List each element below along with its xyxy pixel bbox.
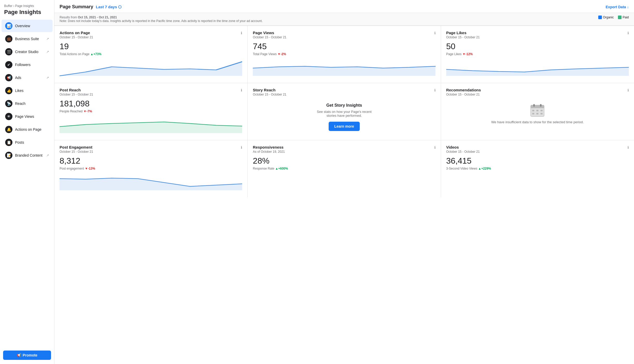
sidebar-nav: 📊 Overview 💼 Business Suite ↗ 🎬 Creator … [0, 18, 54, 348]
legend: Organic Paid [598, 16, 629, 19]
svg-rect-9 [541, 113, 543, 114]
card-date-page-views: October 15 - October 21 [253, 35, 435, 39]
card-date-recommendations: October 15 - October 21 [446, 93, 629, 96]
sidebar-item-branded-content[interactable]: 📝 Branded Content ↗ [2, 149, 53, 162]
card-header-actions-on-page: Actions on Page ℹ [60, 31, 242, 35]
card-value-videos: 36,415 [446, 156, 629, 166]
card-date-actions-on-page: October 15 - October 21 [60, 35, 242, 39]
nav-item-left-followers: ✔ Followers [5, 61, 31, 68]
card-date-videos: October 15 - October 21 [446, 150, 629, 154]
sidebar-item-ads[interactable]: 📢 Ads ↗ [2, 71, 53, 84]
card-header-page-likes: Page Likes ℹ [446, 31, 629, 35]
sidebar-item-overview[interactable]: 📊 Overview [2, 20, 53, 32]
info-icon-videos[interactable]: ℹ [628, 145, 629, 149]
export-data-button[interactable]: Export Data ↓ [606, 5, 629, 9]
story-desc: See stats on how your Page's recent stor… [316, 110, 373, 118]
card-header-responsiveness: Responsiveness ℹ [253, 145, 435, 149]
nav-icon-page-views: 👁 [5, 113, 12, 120]
card-date-page-likes: October 15 - October 21 [446, 35, 629, 39]
sidebar-item-actions-on-page[interactable]: 🔔 Actions on Page [2, 123, 53, 136]
nav-item-left-branded-content: 📝 Branded Content [5, 152, 42, 159]
card-date-story-reach: October 15 - October 21 [253, 93, 435, 96]
nav-icon-branded-content: 📝 [5, 152, 12, 159]
sidebar-item-page-views[interactable]: 👁 Page Views [2, 110, 53, 123]
card-value-responsiveness: 28% [253, 156, 435, 166]
date-range: Oct 15, 2021 - Oct 21, 2021 [78, 16, 117, 19]
sidebar-item-creator-studio[interactable]: 🎬 Creator Studio ↗ [2, 46, 53, 58]
sidebar-item-reach[interactable]: 📡 Reach [2, 97, 53, 110]
card-page-views: Page Views ℹ October 15 - October 21 745… [248, 26, 441, 83]
card-title-post-engagement: Post Engagement [60, 145, 92, 149]
learn-more-button[interactable]: Learn more [329, 122, 360, 131]
nav-icon-overview: 📊 [5, 22, 12, 30]
info-icon-responsiveness[interactable]: ℹ [434, 145, 436, 149]
svg-rect-3 [540, 104, 542, 107]
info-icon-page-likes[interactable]: ℹ [628, 31, 629, 35]
sidebar-item-followers[interactable]: ✔ Followers [2, 59, 53, 71]
nav-label-followers: Followers [15, 63, 31, 67]
chart-page-likes [446, 59, 629, 77]
page-summary-title: Page Summary [60, 4, 93, 10]
external-icon-business-suite: ↗ [46, 37, 49, 41]
card-title-actions-on-page: Actions on Page [60, 31, 90, 35]
card-title-page-likes: Page Likes [446, 31, 466, 35]
main-content: Page Summary Last 7 days ⬡ Export Data ↓… [54, 0, 634, 364]
card-date-responsiveness: As of October 19, 2021 [253, 150, 435, 154]
nav-item-left-posts: 📋 Posts [5, 139, 24, 146]
nav-icon-ads: 📢 [5, 74, 12, 81]
svg-rect-5 [536, 110, 538, 111]
date-filter[interactable]: Last 7 days ⬡ [96, 5, 121, 9]
card-header-page-views: Page Views ℹ [253, 31, 435, 35]
nav-icon-posts: 📋 [5, 139, 12, 146]
legend-organic-label: Organic [603, 16, 614, 19]
nav-item-left-actions-on-page: 🔔 Actions on Page [5, 126, 41, 133]
card-title-videos: Videos [446, 145, 459, 149]
info-icon-recommendations[interactable]: ℹ [628, 88, 629, 92]
card-header-recommendations: Recommendations ℹ [446, 88, 629, 92]
legend-paid-box [618, 16, 622, 19]
sidebar-item-business-suite[interactable]: 💼 Business Suite ↗ [2, 33, 53, 45]
card-value-actions-on-page: 19 [60, 42, 242, 51]
svg-rect-2 [533, 104, 535, 107]
nav-icon-likes: 👍 [5, 87, 12, 94]
page-summary-header: Page Summary Last 7 days ⬡ Export Data ↓ [54, 0, 634, 13]
promote-button[interactable]: 📢 Promote [3, 351, 51, 360]
nav-item-left-likes: 👍 Likes [5, 87, 24, 94]
nav-label-ads: Ads [15, 76, 21, 80]
sidebar-item-likes[interactable]: 👍 Likes [2, 84, 53, 97]
nav-label-overview: Overview [15, 24, 30, 28]
promote-icon: 📢 [17, 353, 21, 357]
reco-desc: We have insufficient data to show for th… [491, 120, 584, 124]
legend-organic-box [598, 16, 602, 19]
card-header-videos: Videos ℹ [446, 145, 629, 149]
external-icon-branded-content: ↗ [46, 154, 49, 157]
card-subtext-page-views: Total Page Views ▼-2% [253, 52, 435, 56]
nav-label-actions-on-page: Actions on Page [15, 127, 41, 132]
info-icon-story-reach[interactable]: ℹ [434, 88, 436, 92]
card-post-engagement: Post Engagement ℹ October 15 - October 2… [54, 140, 247, 197]
external-icon-creator-studio: ↗ [46, 50, 49, 54]
sidebar-item-posts[interactable]: 📋 Posts [2, 136, 53, 149]
calendar-icon [530, 103, 545, 118]
info-icon-page-views[interactable]: ℹ [434, 31, 436, 35]
nav-icon-followers: ✔ [5, 61, 12, 68]
nav-item-left-page-views: 👁 Page Views [5, 113, 34, 120]
card-responsiveness: Responsiveness ℹ As of October 19, 2021 … [248, 140, 441, 197]
info-icon-post-engagement[interactable]: ℹ [241, 145, 242, 149]
nav-icon-reach: 📡 [5, 100, 12, 107]
card-date-post-reach: October 15 - October 21 [60, 93, 242, 96]
nav-label-likes: Likes [15, 89, 24, 93]
promote-label: Promote [23, 353, 38, 357]
card-subtext-responsiveness: Response Rate ▲+600% [253, 167, 435, 170]
nav-label-creator-studio: Creator Studio [15, 50, 38, 54]
chart-post-reach [60, 116, 242, 134]
story-title: Get Story Insights [326, 103, 362, 108]
card-subtext-videos: 3-Second Video Views ▲+229% [446, 167, 629, 170]
info-icon-actions-on-page[interactable]: ℹ [241, 31, 242, 35]
info-icon-post-reach[interactable]: ℹ [241, 88, 242, 92]
nav-item-left-reach: 📡 Reach [5, 100, 25, 107]
nav-icon-business-suite: 💼 [5, 35, 12, 42]
card-title-recommendations: Recommendations [446, 88, 481, 92]
card-title-post-reach: Post Reach [60, 88, 81, 92]
card-title-page-views: Page Views [253, 31, 274, 35]
